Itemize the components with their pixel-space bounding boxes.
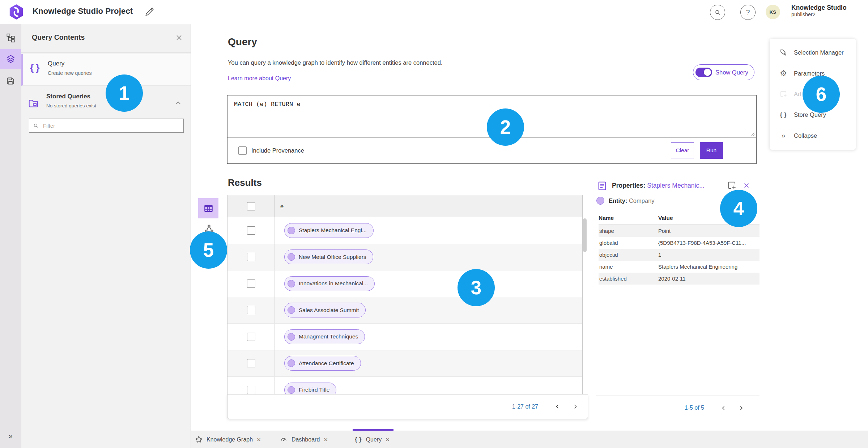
entity-dot-icon (288, 253, 295, 261)
property-value: 1 (658, 252, 760, 258)
query-item-sublabel: Create new queries (48, 70, 92, 76)
table-row: Attendance Certificate (227, 350, 582, 377)
search-button[interactable] (710, 5, 725, 20)
select-all-checkbox[interactable] (247, 202, 255, 210)
entity-pill[interactable]: Sales Associate Summit (284, 303, 366, 317)
entity-dot-icon (288, 227, 295, 234)
braces-icon: { } (30, 62, 40, 73)
show-query-toggle[interactable]: Show Query (693, 64, 754, 80)
next-page-icon[interactable] (737, 404, 745, 412)
top-bar: Knowledge Studio Project ? KS Knowledge … (0, 0, 868, 24)
properties-close-icon[interactable] (743, 182, 751, 190)
panel-close-icon[interactable] (175, 33, 183, 42)
stored-queries-folder-icon (28, 98, 39, 109)
learn-more-link[interactable]: Learn more about Query (228, 75, 291, 82)
rail-data-model-button[interactable] (0, 28, 21, 47)
entity-pill[interactable]: New Metal Office Suppliers (284, 249, 373, 264)
property-row: established 2020-02-11 (599, 273, 760, 285)
next-page-icon[interactable] (571, 403, 579, 411)
annotation-circle-5: 5 (190, 231, 227, 269)
results-heading: Results (228, 177, 262, 188)
double-chevron-right-icon: » (8, 432, 12, 440)
table-view-button[interactable] (198, 198, 218, 218)
edit-title-icon[interactable] (144, 7, 155, 17)
property-row: name Staplers Mechanical Engineering (599, 261, 760, 273)
entity-type-value: Company (629, 197, 655, 204)
property-value: Staplers Mechanical Engineering (658, 264, 760, 270)
include-provenance-checkbox[interactable] (238, 146, 247, 155)
column-header-value: Value (658, 215, 673, 221)
prev-page-icon[interactable] (553, 403, 561, 411)
entity-pill-label: Attendance Certificate (299, 360, 354, 367)
prev-page-icon[interactable] (719, 404, 727, 412)
row-checkbox[interactable] (247, 280, 255, 288)
tab-dashboard[interactable]: Dashboard × (278, 431, 330, 448)
query-item-label: Query (48, 60, 64, 67)
query-heading: Query (228, 36, 257, 48)
collapse-button[interactable]: » Collapse (770, 125, 856, 146)
panel-title: Query Contents (32, 33, 85, 42)
entity-pill[interactable]: Innovations in Mechanical... (284, 276, 375, 291)
property-name: established (599, 276, 658, 282)
table-icon (203, 203, 214, 214)
row-checkbox[interactable] (247, 333, 255, 341)
project-title: Knowledge Studio Project (33, 7, 133, 16)
table-row: Managment Techniques (227, 324, 582, 350)
help-button[interactable]: ? (740, 5, 756, 20)
row-checkbox[interactable] (247, 226, 255, 235)
row-checkbox[interactable] (247, 306, 255, 314)
network-icon (195, 436, 203, 443)
avatar[interactable]: KS (766, 5, 780, 19)
entity-dot-icon (288, 359, 295, 367)
properties-entity-link[interactable]: Staplers Mechanic... (647, 182, 705, 189)
rail-save-button[interactable] (0, 71, 21, 91)
add-to-new-icon (779, 90, 788, 98)
data-model-icon (6, 33, 16, 43)
entity-dot-icon (288, 386, 295, 394)
sidebar-item-query[interactable]: { } Query Create new queries (21, 54, 191, 86)
row-checkbox[interactable] (247, 386, 255, 394)
entity-dot-icon (288, 333, 295, 341)
entity-pill[interactable]: Firebird Title (284, 383, 336, 394)
results-header-row: e (227, 195, 582, 217)
selection-manager-button[interactable]: Selection Manager (770, 42, 856, 63)
rail-expand-button[interactable]: » (0, 428, 21, 443)
braces-icon: { } (355, 436, 362, 443)
run-button[interactable]: Run (700, 142, 723, 159)
filter-input[interactable] (42, 122, 180, 129)
resize-handle-icon[interactable] (750, 132, 755, 136)
entity-pill-label: Staplers Mechanical Engi... (299, 227, 367, 234)
table-row: Firebird Title (227, 377, 582, 394)
gear-icon: ⚙ (779, 69, 788, 77)
query-description: You can query a knowledge graph to ident… (228, 59, 442, 66)
annotation-circle-4: 4 (720, 190, 757, 227)
tab-label: Dashboard (292, 436, 320, 443)
double-chevron-right-icon: » (779, 132, 788, 140)
app-logo-icon[interactable] (8, 4, 25, 20)
tab-label: Query (366, 436, 382, 443)
help-icon: ? (746, 8, 750, 16)
entity-pill[interactable]: Staplers Mechanical Engi... (284, 223, 374, 238)
stored-queries-sublabel: No stored queries exist (46, 103, 96, 108)
add-to-label: Ad (794, 91, 801, 98)
results-scrollbar-thumb[interactable] (583, 218, 587, 252)
row-checkbox[interactable] (247, 253, 255, 261)
chevron-up-icon[interactable] (175, 99, 182, 107)
properties-icon (597, 180, 608, 191)
close-icon[interactable]: × (324, 436, 328, 443)
results-table: e Staplers Mechanical Engi... New Metal … (227, 195, 588, 394)
tab-query[interactable]: { } Query × (353, 431, 392, 448)
properties-pagination: 1-5 of 5 (596, 400, 755, 416)
row-checkbox[interactable] (247, 359, 255, 367)
entity-dot-icon (596, 197, 604, 205)
entity-pill[interactable]: Managment Techniques (284, 329, 365, 344)
entity-pill[interactable]: Attendance Certificate (284, 356, 361, 371)
close-icon[interactable]: × (386, 436, 390, 443)
annotation-circle-3: 3 (458, 269, 495, 306)
rail-layers-button[interactable] (0, 49, 21, 69)
clear-button[interactable]: Clear (671, 142, 694, 158)
close-icon[interactable]: × (257, 436, 261, 443)
toggle-switch (695, 68, 712, 77)
user-name: Knowledge Studio (791, 4, 847, 12)
tab-knowledge-graph[interactable]: Knowledge Graph × (193, 431, 263, 448)
